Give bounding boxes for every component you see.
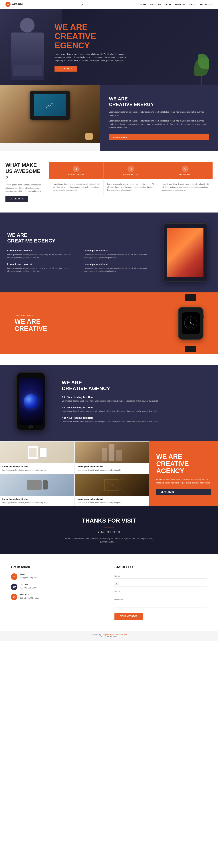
awesome-cards-body: Lorem ipsum dolor sit amet, consectetur … (49, 179, 213, 195)
energy-cta-button[interactable]: Click here (109, 134, 209, 140)
hero-person-silhouette (7, 12, 47, 85)
name-input[interactable] (115, 574, 207, 579)
portfolio-cta-button[interactable]: CLICK HERE (156, 489, 211, 495)
ipad-screen (167, 228, 204, 277)
email-icon: ✉ (11, 574, 18, 580)
awesome-description: Lorem ipsum dolor sit amet, consectetur … (5, 183, 42, 193)
watch-face-svg: MON 15 (184, 314, 198, 332)
thanks-body: Lorem ipsum dolor sit amet, consectetur … (64, 537, 154, 544)
portfolio-grid: Lorem ipsum dolor sit amet Lorem ipsum d… (0, 441, 149, 506)
portfolio-text-2: Lorem ipsum dolor sit amet Lorem ipsum d… (75, 463, 149, 474)
message-field (115, 597, 207, 609)
nav-about[interactable]: ABOUT US (150, 3, 161, 5)
navbar: W WEBPRO f t g+ in HOME ABOUT US BLOG SE… (0, 0, 218, 9)
contact-phone-info: CALL US +1 (800) 000-0000 (20, 584, 36, 589)
phone-notch (27, 375, 34, 376)
awesome-card-header-3: ◎ WE ARE BEST (158, 162, 213, 179)
spacer-1 (0, 354, 218, 365)
logo-text: WEBPRO (12, 3, 23, 6)
energy-section: WE ARE CREATIVE ENERGY Lorem ipsum dolor… (0, 85, 218, 151)
egency-item-2: Lorem ipsum dolor sit Lorem ipsum dolor … (84, 249, 153, 259)
svg-point-4 (190, 322, 191, 323)
thanks-section: THANKS FOR VISIT STAY IN TOUCH Lorem ips… (0, 506, 218, 554)
footer-copyright: COPYRIGHT 2022 (3, 636, 215, 638)
watch-device-wrap: MON 15 (178, 300, 204, 347)
portfolio-text-1: Lorem ipsum dolor sit amet Lorem ipsum d… (0, 463, 74, 474)
footer-link[interactable]: Designed By BSGFreebies.com (101, 634, 127, 636)
chart-icon (45, 101, 55, 109)
person-head (20, 18, 34, 32)
social-facebook[interactable]: f (77, 3, 77, 5)
awesome-card-title-1: WE ARE CREATIVE (53, 174, 100, 176)
awesome-card-title-3: WE ARE BEST (162, 174, 209, 176)
portfolio-item-4: Lorem ipsum dolor sit amet Lorem ipsum d… (74, 474, 149, 506)
awesome-left: WHAT MAKE US AWESOME ? Lorem ipsum dolor… (5, 162, 42, 202)
phone-field (115, 589, 207, 594)
phone-screen (19, 378, 43, 425)
awesome-cards: ★ WE ARE CREATIVE ⊞ WE ARE BETTER ◎ WE A… (49, 162, 213, 195)
hero-cta-button[interactable]: CLICK HERE (55, 66, 77, 71)
phone-feature-2: Add Your Heading Text Here Lorem ipsum d… (62, 406, 204, 413)
footer-designed-by: Designed By Designed By BSGFreebies.com (3, 634, 215, 636)
portfolio-item-3: Lorem ipsum dolor sit amet Lorem ipsum d… (0, 474, 74, 506)
phone-device (17, 372, 45, 430)
phone-title: WE ARE CREATIVE AGENCY (62, 380, 204, 392)
phone-device-wrap (7, 372, 55, 434)
watch-title: WE ARE CREATIVE (14, 318, 47, 332)
phone-content: WE ARE CREATIVE AGENCY Add Your Heading … (55, 376, 211, 430)
phone-section: WE ARE CREATIVE AGENCY Add Your Heading … (0, 365, 218, 441)
awesome-title: WHAT MAKE US AWESOME ? (5, 162, 42, 180)
watch-text: Lorem ipsum dolor sit WE ARE CREATIVE (14, 314, 47, 332)
phone-input[interactable] (115, 589, 207, 594)
energy-p2: Lorem ipsum dolor sit amet, consectetur … (109, 119, 209, 129)
footer-bar: Designed By Designed By BSGFreebies.com … (0, 630, 218, 641)
contact-phone-item: ☎ CALL US +1 (800) 000-0000 (11, 584, 103, 590)
contact-email-item: ✉ EMAIL info@company.com (11, 574, 103, 580)
send-message-button[interactable]: Send Message (115, 613, 143, 620)
nav-contact[interactable]: CONTACT US (199, 3, 213, 5)
nav-blog[interactable]: BLOG (165, 3, 171, 5)
nav-links: HOME ABOUT US BLOG SERVICES BAND CONTACT… (140, 3, 213, 5)
social-linkedin[interactable]: in (85, 3, 86, 5)
contact-address-item: ⊙ ADDRESS 123 Street, City, State (11, 594, 103, 600)
portfolio-text-3: Lorem ipsum dolor sit amet Lorem ipsum d… (0, 496, 74, 506)
awesome-card-header-1: ★ WE ARE CREATIVE (49, 162, 103, 179)
logo: W WEBPRO (5, 2, 23, 7)
egency-left: WE ARE CREATIVE EGENCY Lorem ipsum dolor… (7, 232, 153, 273)
phone-icon: ☎ (11, 584, 18, 590)
phone-feature-3: Add Your Heading Text Here Lorem ipsum d… (62, 416, 204, 423)
contact-form: SAY HELLO Send Message (115, 565, 207, 620)
tablet-screen (34, 94, 66, 116)
energy-p1: Lorem ipsum dolor sit amet, consectetur … (109, 110, 209, 117)
energy-image-left (0, 85, 100, 151)
portfolio-item-2: Lorem ipsum dolor sit amet Lorem ipsum d… (74, 441, 149, 474)
awesome-icon-2: ⊞ (127, 166, 134, 172)
awesome-cta-button[interactable]: CLICK HERE (5, 196, 28, 202)
hero-description: Lorem ipsum dolor sit amet, consectetur … (55, 53, 131, 62)
egency-title: WE ARE CREATIVE EGENCY (7, 232, 153, 244)
tablet-device (30, 91, 70, 120)
ipad-device (163, 223, 207, 281)
phone-orb (24, 394, 38, 409)
message-input[interactable] (115, 597, 207, 608)
form-title: SAY HELLO (115, 565, 207, 569)
nav-home[interactable]: HOME (140, 3, 146, 5)
watch-section: Lorem ipsum dolor sit WE ARE CREATIVE MO… (0, 292, 218, 354)
svg-text:MON 15: MON 15 (188, 326, 193, 328)
watch-crown (203, 315, 204, 318)
awesome-icon-1: ★ (73, 166, 80, 172)
social-google[interactable]: g+ (81, 3, 83, 5)
awesome-section: WHAT MAKE US AWESOME ? Lorem ipsum dolor… (0, 151, 218, 213)
social-links: f t g+ in (77, 3, 86, 5)
awesome-card-title-2: WE ARE BETTER (107, 174, 154, 176)
laptop-shape (13, 65, 42, 76)
thanks-title: THANKS FOR VISIT (5, 517, 213, 524)
social-twitter[interactable]: t (79, 3, 80, 5)
hero-section: WE ARE CREATIVE EGENCY Lorem ipsum dolor… (0, 9, 218, 85)
egency-item-1: Lorem ipsum dolor sit Lorem ipsum dolor … (7, 249, 76, 259)
watch-band-top (185, 294, 196, 301)
nav-band[interactable]: BAND (189, 3, 195, 5)
email-input[interactable] (115, 581, 207, 587)
nav-services[interactable]: SERVICES (175, 3, 185, 5)
contact-section: Get In touch ✉ EMAIL info@company.com ☎ … (0, 554, 218, 630)
